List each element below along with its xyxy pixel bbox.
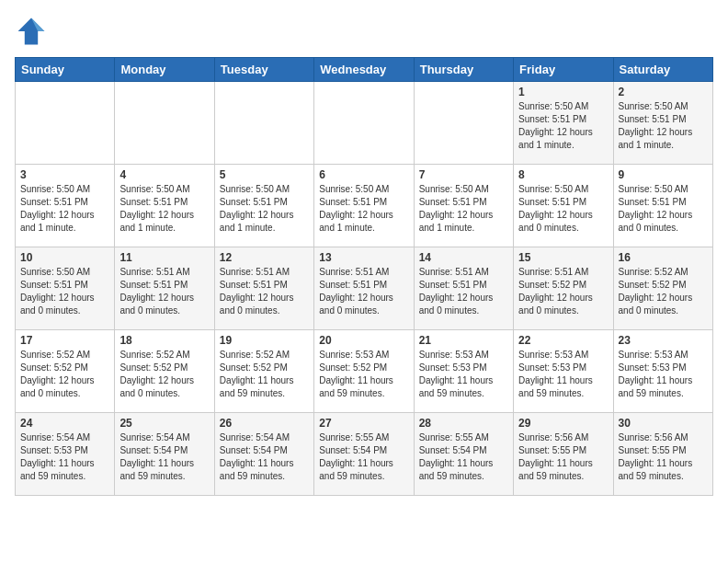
day-info: Sunrise: 5:51 AM Sunset: 5:51 PM Dayligh…	[319, 266, 408, 317]
day-info: Sunrise: 5:52 AM Sunset: 5:52 PM Dayligh…	[220, 349, 309, 400]
day-header-saturday: Saturday	[613, 58, 712, 82]
day-header-monday: Monday	[115, 58, 214, 82]
calendar-cell: 13Sunrise: 5:51 AM Sunset: 5:51 PM Dayli…	[314, 247, 414, 330]
day-info: Sunrise: 5:50 AM Sunset: 5:51 PM Dayligh…	[319, 183, 408, 235]
calendar-header: SundayMondayTuesdayWednesdayThursdayFrid…	[16, 58, 713, 82]
day-info: Sunrise: 5:52 AM Sunset: 5:52 PM Dayligh…	[20, 349, 109, 400]
day-number: 30	[619, 417, 708, 430]
calendar-cell: 24Sunrise: 5:54 AM Sunset: 5:53 PM Dayli…	[16, 413, 115, 496]
week-row-2: 10Sunrise: 5:50 AM Sunset: 5:51 PM Dayli…	[16, 247, 713, 330]
calendar-cell: 8Sunrise: 5:50 AM Sunset: 5:51 PM Daylig…	[514, 165, 613, 247]
calendar-cell: 17Sunrise: 5:52 AM Sunset: 5:52 PM Dayli…	[16, 330, 115, 413]
day-info: Sunrise: 5:50 AM Sunset: 5:51 PM Dayligh…	[518, 100, 608, 152]
calendar-cell: 11Sunrise: 5:51 AM Sunset: 5:51 PM Dayli…	[115, 247, 214, 330]
day-number: 27	[319, 417, 408, 430]
calendar-cell	[16, 82, 115, 165]
calendar-cell: 25Sunrise: 5:54 AM Sunset: 5:54 PM Dayli…	[115, 413, 214, 496]
day-number: 18	[119, 334, 209, 347]
calendar-cell: 21Sunrise: 5:53 AM Sunset: 5:53 PM Dayli…	[414, 330, 513, 413]
day-info: Sunrise: 5:50 AM Sunset: 5:51 PM Dayligh…	[20, 183, 109, 235]
day-number: 11	[119, 251, 209, 264]
day-header-sunday: Sunday	[16, 58, 115, 82]
calendar-cell	[314, 82, 414, 165]
calendar-cell: 5Sunrise: 5:50 AM Sunset: 5:51 PM Daylig…	[214, 165, 313, 247]
calendar-cell: 27Sunrise: 5:55 AM Sunset: 5:54 PM Dayli…	[314, 413, 414, 496]
calendar-cell: 12Sunrise: 5:51 AM Sunset: 5:51 PM Dayli…	[214, 247, 313, 330]
calendar-cell: 7Sunrise: 5:50 AM Sunset: 5:51 PM Daylig…	[414, 165, 513, 247]
calendar-cell	[414, 82, 513, 165]
day-number: 21	[419, 334, 508, 347]
day-number: 2	[619, 86, 708, 98]
day-number: 1	[518, 86, 608, 98]
calendar-cell: 14Sunrise: 5:51 AM Sunset: 5:51 PM Dayli…	[414, 247, 513, 330]
day-number: 9	[619, 168, 708, 181]
logo-icon	[15, 15, 48, 48]
calendar-cell: 26Sunrise: 5:54 AM Sunset: 5:54 PM Dayli…	[214, 413, 313, 496]
calendar: SundayMondayTuesdayWednesdayThursdayFrid…	[15, 57, 713, 496]
day-info: Sunrise: 5:54 AM Sunset: 5:54 PM Dayligh…	[119, 431, 209, 483]
day-number: 5	[220, 168, 309, 181]
day-info: Sunrise: 5:55 AM Sunset: 5:54 PM Dayligh…	[319, 431, 408, 483]
calendar-cell: 16Sunrise: 5:52 AM Sunset: 5:52 PM Dayli…	[613, 247, 712, 330]
calendar-cell: 9Sunrise: 5:50 AM Sunset: 5:51 PM Daylig…	[613, 165, 712, 247]
day-number: 6	[319, 168, 408, 181]
calendar-cell: 30Sunrise: 5:56 AM Sunset: 5:55 PM Dayli…	[613, 413, 712, 496]
calendar-cell	[115, 82, 214, 165]
day-number: 10	[20, 251, 109, 264]
header-row: SundayMondayTuesdayWednesdayThursdayFrid…	[16, 58, 713, 82]
day-info: Sunrise: 5:54 AM Sunset: 5:53 PM Dayligh…	[20, 431, 109, 483]
day-info: Sunrise: 5:56 AM Sunset: 5:55 PM Dayligh…	[619, 431, 708, 483]
day-info: Sunrise: 5:50 AM Sunset: 5:51 PM Dayligh…	[20, 266, 109, 317]
calendar-cell: 4Sunrise: 5:50 AM Sunset: 5:51 PM Daylig…	[115, 165, 214, 247]
calendar-cell: 1Sunrise: 5:50 AM Sunset: 5:51 PM Daylig…	[514, 82, 613, 165]
day-number: 24	[20, 417, 109, 430]
day-info: Sunrise: 5:53 AM Sunset: 5:53 PM Dayligh…	[518, 349, 608, 400]
day-header-wednesday: Wednesday	[314, 58, 414, 82]
day-header-tuesday: Tuesday	[214, 58, 313, 82]
calendar-body: 1Sunrise: 5:50 AM Sunset: 5:51 PM Daylig…	[16, 82, 713, 496]
day-header-friday: Friday	[514, 58, 613, 82]
calendar-cell: 28Sunrise: 5:55 AM Sunset: 5:54 PM Dayli…	[414, 413, 513, 496]
calendar-cell: 10Sunrise: 5:50 AM Sunset: 5:51 PM Dayli…	[16, 247, 115, 330]
day-info: Sunrise: 5:50 AM Sunset: 5:51 PM Dayligh…	[518, 183, 608, 235]
calendar-cell: 6Sunrise: 5:50 AM Sunset: 5:51 PM Daylig…	[314, 165, 414, 247]
day-number: 23	[619, 334, 708, 347]
day-info: Sunrise: 5:50 AM Sunset: 5:51 PM Dayligh…	[419, 183, 508, 235]
day-info: Sunrise: 5:50 AM Sunset: 5:51 PM Dayligh…	[119, 183, 209, 235]
day-info: Sunrise: 5:53 AM Sunset: 5:53 PM Dayligh…	[619, 349, 708, 400]
calendar-cell: 29Sunrise: 5:56 AM Sunset: 5:55 PM Dayli…	[514, 413, 613, 496]
day-number: 13	[319, 251, 408, 264]
calendar-cell: 3Sunrise: 5:50 AM Sunset: 5:51 PM Daylig…	[16, 165, 115, 247]
week-row-4: 24Sunrise: 5:54 AM Sunset: 5:53 PM Dayli…	[16, 413, 713, 496]
day-number: 29	[518, 417, 608, 430]
day-number: 16	[619, 251, 708, 264]
calendar-cell: 2Sunrise: 5:50 AM Sunset: 5:51 PM Daylig…	[613, 82, 712, 165]
day-info: Sunrise: 5:52 AM Sunset: 5:52 PM Dayligh…	[619, 266, 708, 317]
day-number: 4	[119, 168, 209, 181]
day-info: Sunrise: 5:50 AM Sunset: 5:51 PM Dayligh…	[220, 183, 309, 235]
day-info: Sunrise: 5:54 AM Sunset: 5:54 PM Dayligh…	[220, 431, 309, 483]
day-info: Sunrise: 5:53 AM Sunset: 5:52 PM Dayligh…	[319, 349, 408, 400]
day-number: 22	[518, 334, 608, 347]
calendar-cell: 19Sunrise: 5:52 AM Sunset: 5:52 PM Dayli…	[214, 330, 313, 413]
day-info: Sunrise: 5:56 AM Sunset: 5:55 PM Dayligh…	[518, 431, 608, 483]
day-info: Sunrise: 5:51 AM Sunset: 5:51 PM Dayligh…	[419, 266, 508, 317]
day-info: Sunrise: 5:53 AM Sunset: 5:53 PM Dayligh…	[419, 349, 508, 400]
week-row-0: 1Sunrise: 5:50 AM Sunset: 5:51 PM Daylig…	[16, 82, 713, 165]
page-header	[15, 15, 713, 48]
day-info: Sunrise: 5:55 AM Sunset: 5:54 PM Dayligh…	[419, 431, 508, 483]
calendar-cell: 23Sunrise: 5:53 AM Sunset: 5:53 PM Dayli…	[613, 330, 712, 413]
week-row-1: 3Sunrise: 5:50 AM Sunset: 5:51 PM Daylig…	[16, 165, 713, 247]
week-row-3: 17Sunrise: 5:52 AM Sunset: 5:52 PM Dayli…	[16, 330, 713, 413]
day-info: Sunrise: 5:51 AM Sunset: 5:52 PM Dayligh…	[518, 266, 608, 317]
day-number: 17	[20, 334, 109, 347]
day-info: Sunrise: 5:51 AM Sunset: 5:51 PM Dayligh…	[119, 266, 209, 317]
day-number: 7	[419, 168, 508, 181]
logo	[15, 15, 51, 48]
day-number: 25	[119, 417, 209, 430]
calendar-cell	[214, 82, 313, 165]
calendar-cell: 18Sunrise: 5:52 AM Sunset: 5:52 PM Dayli…	[115, 330, 214, 413]
day-number: 26	[220, 417, 309, 430]
day-number: 20	[319, 334, 408, 347]
day-info: Sunrise: 5:50 AM Sunset: 5:51 PM Dayligh…	[619, 183, 708, 235]
